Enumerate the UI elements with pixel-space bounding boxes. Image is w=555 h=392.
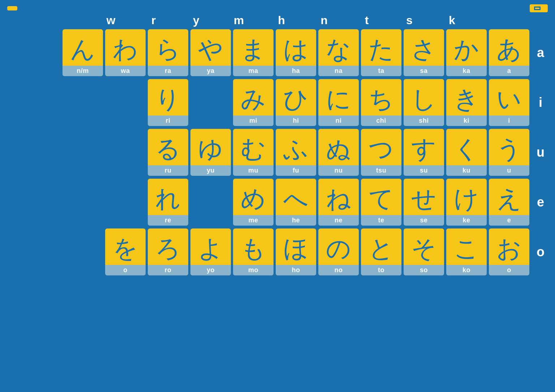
website-badge [7,6,17,10]
kana-romanization: yu [190,165,231,176]
column-header-m: m [218,14,260,27]
kana-cell-ya: やya [190,29,231,76]
kana-cell-empty-3-3 [190,179,231,226]
kana-character: ぬ [326,129,351,165]
kana-cell-su: すsu [404,129,444,176]
kana-character: と [369,228,394,265]
ltl-logo [534,6,541,10]
column-header-t: t [345,14,388,27]
kana-character: は [283,29,309,66]
column-header-h: h [260,14,303,27]
kana-character: ん [70,29,95,66]
header [0,0,555,14]
kana-romanization: te [361,215,401,226]
kana-romanization: ke [446,215,487,226]
kana-cell-n/m: んn/m [63,29,103,76]
column-header-w: w [90,14,132,27]
kana-cell-mu: むmu [233,129,274,176]
kana-romanization: hi [276,116,316,126]
kana-cell-ku: くku [446,129,487,176]
kana-character: こ [454,228,479,265]
kana-character: ら [155,29,181,66]
kana-character: ね [326,179,351,215]
kana-character: か [454,29,479,66]
row-vowel-label-i: i [533,95,548,110]
kana-row-e: れreめmeへheねneてteせseけkeえee [7,179,548,226]
kana-character: そ [411,228,436,265]
kana-character: み [241,79,266,116]
row-vowel-label-a: a [533,45,548,60]
kana-character: れ [155,179,181,215]
kana-character: す [411,129,436,165]
kana-cell-ko: こko [446,228,487,275]
kana-cell-so: そso [404,228,444,275]
kana-cell-ho: ほho [276,228,316,275]
kana-romanization: ko [446,265,487,275]
kana-romanization: me [233,215,274,226]
kana-romanization: mu [233,165,274,176]
kana-cell-ta: たta [361,29,401,76]
kana-cell-ru: るru [148,129,188,176]
kana-character: よ [198,228,223,265]
kana-romanization: e [489,215,529,226]
kana-character: ひ [283,79,309,116]
kana-romanization: wa [105,66,146,76]
kana-romanization: ha [276,66,316,76]
kana-character: あ [496,29,522,66]
kana-romanization: no [318,265,359,275]
kana-romanization: ku [446,165,487,176]
kana-romanization: mo [233,265,274,275]
kana-character: わ [113,29,138,66]
kana-romanization: ki [446,116,487,126]
kana-character: む [241,129,266,165]
kana-character: け [454,179,479,215]
kana-character: え [496,179,522,215]
kana-cell-a: あa [489,29,529,76]
kana-romanization: mi [233,116,274,126]
kana-character: ち [369,79,394,116]
column-header-k: k [431,14,473,27]
kana-romanization: shi [404,116,444,126]
column-header-r: r [132,14,175,27]
kana-character: な [326,29,351,66]
kana-cell-empty-2-0 [63,129,103,176]
kana-romanization: yo [190,265,231,275]
kana-cell-te: てte [361,179,401,226]
kana-character: ろ [155,228,181,265]
kana-romanization: ka [446,66,487,76]
kana-cell-ri: りri [148,79,188,126]
kana-romanization: ni [318,116,359,126]
kana-character: を [113,228,138,265]
kana-cell-o: をo [105,228,146,275]
chart-area: んn/mわwaらraやyaまmaはhaなnaたtaさsaかkaあaaりriみmi… [0,29,555,275]
kana-romanization: he [276,215,316,226]
column-header-n: n [303,14,345,27]
kana-cell-empty-3-1 [105,179,146,226]
kana-character: り [155,79,181,116]
kana-cell-yo: よyo [190,228,231,275]
kana-cell-mo: もmo [233,228,274,275]
kana-character: ふ [283,129,309,165]
kana-cell-empty-1-0 [63,79,103,126]
kana-romanization: na [318,66,359,76]
kana-character: や [198,29,223,66]
kana-cell-chi: ちchi [361,79,401,126]
kana-cell-o: おo [489,228,529,275]
kana-cell-ro: ろro [148,228,188,275]
kana-cell-shi: しshi [404,79,444,126]
kana-character: せ [411,179,436,215]
kana-cell-u: うu [489,129,529,176]
row-vowel-label-o: o [533,244,548,260]
kana-cell-ma: まma [233,29,274,76]
kana-cell-ke: けke [446,179,487,226]
kana-romanization: ma [233,66,274,76]
kana-character: し [411,79,436,116]
kana-romanization: se [404,215,444,226]
kana-romanization: o [105,265,146,275]
kana-cell-mi: みmi [233,79,274,126]
kana-cell-ki: きki [446,79,487,126]
kana-cell-he: へhe [276,179,316,226]
column-headers: wrymhntsk [0,14,555,27]
kana-character: の [326,228,351,265]
kana-romanization: chi [361,116,401,126]
